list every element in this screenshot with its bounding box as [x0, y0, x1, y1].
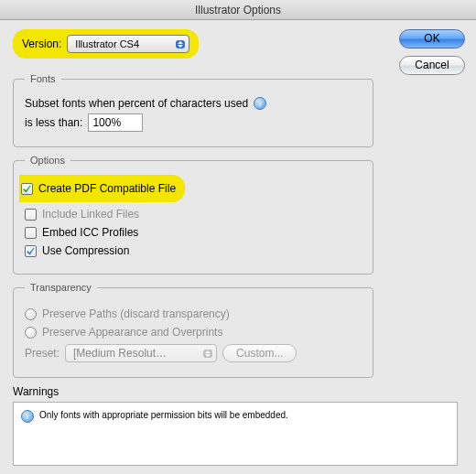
fonts-percent-input[interactable] [88, 113, 143, 132]
version-select[interactable]: Illustrator CS4 [67, 35, 189, 53]
pdf-label: Create PDF Compatible File [38, 182, 176, 195]
icc-label: Embed ICC Profiles [42, 226, 138, 239]
warnings-label: Warnings [13, 385, 463, 398]
options-legend: Options [25, 155, 70, 166]
warnings-message: Only fonts with appropriate permission b… [39, 410, 288, 420]
paths-radio [25, 308, 37, 320]
pdf-checkbox[interactable] [21, 183, 33, 195]
dialog-buttons: OK Cancel [399, 29, 465, 75]
fonts-legend: Fonts [25, 73, 61, 84]
info-icon[interactable]: i [254, 97, 266, 110]
transparency-group: Transparency Preserve Paths (discard tra… [13, 282, 373, 378]
chevron-updown-icon [176, 40, 185, 48]
paths-label: Preserve Paths (discard transparency) [42, 307, 230, 320]
options-group: Options Create PDF Compatible File Inclu… [13, 155, 373, 275]
info-icon: i [21, 410, 34, 423]
appearance-radio [25, 327, 37, 339]
version-highlight: Version: Illustrator CS4 [13, 29, 199, 59]
fonts-line1: Subset fonts when percent of characters … [25, 97, 248, 110]
appearance-label: Preserve Appearance and Overprints [42, 326, 222, 339]
linked-checkbox[interactable] [25, 209, 37, 221]
icc-checkbox[interactable] [25, 227, 37, 239]
compress-checkbox[interactable] [25, 245, 37, 257]
version-label: Version: [22, 38, 61, 50]
fonts-group: Fonts Subset fonts when percent of chara… [13, 73, 373, 147]
transparency-legend: Transparency [25, 282, 97, 293]
ok-button[interactable]: OK [399, 29, 465, 48]
warnings-box: i Only fonts with appropriate permission… [13, 402, 458, 466]
cancel-button[interactable]: Cancel [399, 56, 465, 75]
custom-button: Custom... [222, 344, 297, 362]
linked-label: Include Linked Files [42, 208, 139, 221]
version-value: Illustrator CS4 [75, 38, 139, 49]
fonts-line2: is less than: [25, 116, 82, 129]
chevron-updown-icon [203, 350, 212, 358]
preset-select: [Medium Resolut… [65, 344, 217, 362]
preset-label: Preset: [25, 347, 60, 360]
window-title: Illustrator Options [0, 0, 476, 20]
preset-value: [Medium Resolut… [73, 347, 167, 360]
compress-label: Use Compression [42, 244, 129, 257]
